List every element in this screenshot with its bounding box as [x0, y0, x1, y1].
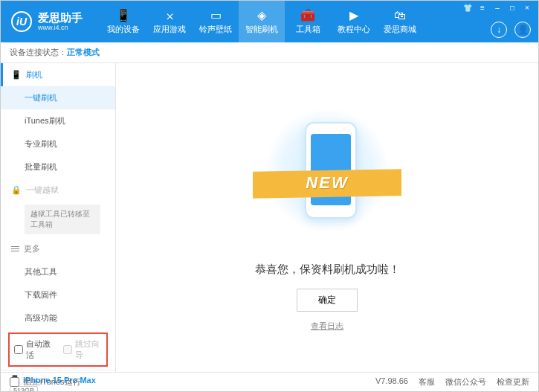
nav-apps-games[interactable]: ⨉应用游戏 [146, 1, 193, 42]
ribbon-label: NEW [253, 173, 401, 193]
nav-my-device[interactable]: 📱我的设备 [100, 1, 146, 42]
sidebar-item-other-tools[interactable]: 其他工具 [1, 260, 115, 283]
cb-auto-activate[interactable]: 自动激活 [14, 338, 53, 361]
header-right: ↓ 👤 [491, 22, 531, 38]
nav-toolbox[interactable]: 🧰工具箱 [285, 1, 331, 42]
skin-icon[interactable]: 👕 [461, 2, 474, 13]
sidebar-group-flash[interactable]: 📱刷机 [1, 63, 115, 86]
tutorial-icon: ▶ [349, 8, 358, 22]
device-icon: 📱 [116, 8, 131, 22]
toolbox-icon: 🧰 [300, 8, 315, 22]
status-mode: 正常模式 [67, 47, 100, 58]
block-itunes-label: 阻止iTunes运行 [24, 376, 81, 388]
highlighted-checkbox-row: 自动激活 跳过向导 [8, 332, 108, 367]
app-header: iU 爱思助手 www.i4.cn 📱我的设备 ⨉应用游戏 ▭铃声壁纸 ◈智能刷… [1, 1, 538, 42]
app-title: 爱思助手 [38, 12, 83, 25]
nav-store[interactable]: 🛍爱思商城 [377, 1, 423, 42]
cb-skip-guide-input[interactable] [63, 345, 72, 354]
nav-ringtones[interactable]: ▭铃声壁纸 [193, 1, 239, 42]
logo-icon: iU [11, 11, 32, 32]
sidebar-item-batch-flash[interactable]: 批量刷机 [1, 155, 115, 179]
nav-smart-flash[interactable]: ◈智能刷机 [239, 1, 285, 42]
footer-link-support[interactable]: 客服 [419, 376, 435, 388]
sidebar-item-download-firmware[interactable]: 下载固件 [1, 283, 115, 306]
download-button[interactable]: ↓ [491, 22, 507, 38]
user-button[interactable]: 👤 [514, 22, 531, 38]
ok-button[interactable]: 确定 [297, 289, 358, 312]
status-bar: 设备连接状态： 正常模式 [1, 42, 538, 63]
window-controls: 👕 ≡ – □ × [461, 2, 534, 13]
footer-link-wechat[interactable]: 微信公众号 [445, 376, 486, 388]
sidebar-group-more[interactable]: 更多 [1, 237, 115, 260]
cb-skip-guide[interactable]: 跳过向导 [63, 338, 102, 361]
cb-block-itunes[interactable] [10, 377, 19, 387]
nav-tutorials[interactable]: ▶教程中心 [331, 1, 377, 42]
ringtone-icon: ▭ [210, 8, 222, 22]
store-icon: 🛍 [394, 9, 406, 22]
view-log-link[interactable]: 查看日志 [311, 321, 343, 332]
lock-icon: 🔒 [11, 185, 22, 195]
apps-icon: ⨉ [167, 9, 173, 22]
status-label: 设备连接状态： [10, 47, 67, 58]
version-label: V7.98.66 [375, 376, 408, 388]
more-icon [11, 246, 19, 251]
sidebar: 📱刷机 一键刷机 iTunes刷机 专业刷机 批量刷机 🔒一键越狱 越狱工具已转… [1, 63, 116, 372]
app-url: www.i4.cn [38, 24, 83, 31]
sidebar-item-pro-flash[interactable]: 专业刷机 [1, 132, 115, 155]
success-message: 恭喜您，保资料刷机成功啦！ [255, 263, 400, 277]
phone-icon: 📱 [11, 70, 22, 80]
jailbreak-note: 越狱工具已转移至工具箱 [25, 205, 100, 234]
sidebar-item-advanced[interactable]: 高级功能 [1, 306, 115, 330]
success-illustration: NEW [260, 103, 394, 252]
top-nav: 📱我的设备 ⨉应用游戏 ▭铃声壁纸 ◈智能刷机 🧰工具箱 ▶教程中心 🛍爱思商城 [100, 1, 423, 42]
maximize-icon[interactable]: □ [506, 2, 519, 13]
sidebar-item-itunes-flash[interactable]: iTunes刷机 [1, 109, 115, 132]
flash-icon: ◈ [257, 8, 266, 22]
logo: iU 爱思助手 www.i4.cn [1, 11, 93, 32]
minimize-icon[interactable]: – [491, 2, 504, 13]
sidebar-group-jailbreak: 🔒一键越狱 [1, 179, 115, 202]
cb-auto-activate-input[interactable] [14, 345, 23, 354]
close-icon[interactable]: × [520, 2, 534, 13]
menu-icon[interactable]: ≡ [476, 2, 489, 13]
footer-link-update[interactable]: 检查更新 [497, 376, 529, 388]
sidebar-item-onekey-flash[interactable]: 一键刷机 [1, 86, 115, 109]
main-panel: NEW 恭喜您，保资料刷机成功啦！ 确定 查看日志 [116, 63, 538, 372]
